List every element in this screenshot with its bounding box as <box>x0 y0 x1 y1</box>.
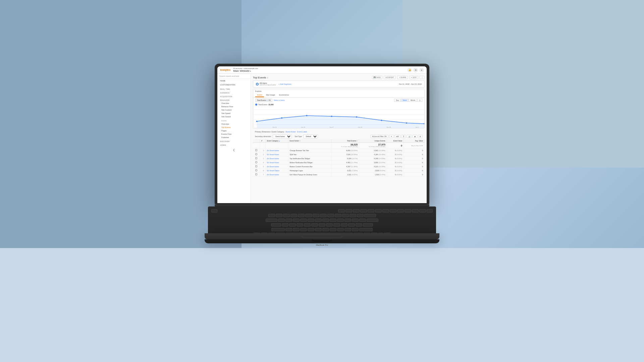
key-f2 <box>345 209 352 213</box>
col-event-value[interactable]: Event Value <box>387 139 404 143</box>
chevron-down-icon: ▾ <box>250 70 251 72</box>
event-action-link[interactable]: Event Action <box>285 131 296 133</box>
svg-point-8 <box>356 116 357 118</box>
sidebar-item-publisher[interactable]: Publisher <box>217 136 251 139</box>
ga-site-name: Main Website ▾ <box>233 69 405 72</box>
ga-search[interactable]: Search reports and help <box>217 74 251 79</box>
secondary-dim-select[interactable]: Event Action <box>273 134 292 138</box>
key-9 <box>335 214 341 217</box>
key-backslash <box>367 219 378 222</box>
key-v <box>308 228 314 231</box>
key-h <box>319 223 325 227</box>
sidebar-item-pages[interactable]: Pages <box>217 129 251 132</box>
key-f3 <box>353 209 360 213</box>
key-backtick <box>268 214 275 217</box>
ga-chart-legend: Total Events 10,000 <box>253 103 424 106</box>
time-btn-month[interactable]: Month <box>409 99 417 102</box>
col-event-action[interactable]: Event Action ▾ <box>288 139 331 143</box>
sidebar-item-events-flow[interactable]: Events Flow <box>217 132 251 136</box>
save-button[interactable]: 💾 SAVE <box>372 76 382 79</box>
key-f8 <box>390 209 396 213</box>
key-x <box>293 228 300 231</box>
view-chart-btn[interactable]: 📊 <box>407 135 412 138</box>
sidebar-events-section: Events <box>217 118 251 122</box>
time-btn-week[interactable]: Week <box>401 99 409 102</box>
table-header-row: # Event Category ▴ Event Action ▾ Total … <box>253 139 425 143</box>
key-rshift <box>359 228 373 231</box>
svg-text:Oct 16: Oct 16 <box>301 126 306 128</box>
advanced-filter-btn[interactable]: Advanced Filter ON <box>370 135 388 138</box>
key-3 <box>290 214 297 217</box>
laptop-touchpad[interactable] <box>302 235 342 238</box>
tab-event[interactable]: Event <box>255 93 264 97</box>
laptop-bottom <box>205 239 439 243</box>
sidebar-item-behavior-overview[interactable]: Overview <box>217 102 251 105</box>
select-metric-link[interactable]: Select a metric <box>274 99 285 101</box>
svg-point-5 <box>281 117 282 119</box>
col-event-category[interactable]: Event Category ▴ <box>265 139 288 143</box>
segment-sublabel: 100.00% Unique Events <box>260 84 276 86</box>
col-unique-events[interactable]: Unique Events <box>359 139 387 143</box>
event-label-link[interactable]: Event Label <box>297 131 307 133</box>
key-enter <box>363 223 373 227</box>
key-1 <box>276 214 282 217</box>
laptop-screen-bezel: Analytics All accounts > www.example.com… <box>217 66 427 203</box>
sidebar-collapse-btn[interactable]: ❮ <box>217 146 251 154</box>
key-lbracket <box>352 219 359 222</box>
key-g <box>311 223 318 227</box>
tab-ecommerce[interactable]: Ecommerce <box>277 93 291 97</box>
more-button[interactable]: ⋮ <box>420 76 425 79</box>
legend-dot-events <box>255 104 257 106</box>
sidebar-item-site-content[interactable]: Site Content <box>217 108 251 112</box>
key-quote <box>356 223 362 227</box>
sort-type-select[interactable]: Default <box>303 134 318 138</box>
key-8 <box>327 214 334 217</box>
metric-chip[interactable]: Total Events ▾ VS <box>255 99 272 102</box>
key-backspace <box>364 214 376 217</box>
sidebar-item-top-events[interactable]: Top Events <box>217 126 251 129</box>
add-filter-btn[interactable]: add <box>394 135 400 138</box>
key-period <box>344 228 351 231</box>
table-totals-row: 38,025 % of Total: 69.97% (54,348) 27,97… <box>253 143 425 148</box>
notification-icon[interactable]: 🔔 <box>407 68 412 72</box>
sidebar-item-home[interactable]: HOME <box>217 79 251 83</box>
table-row: 6 EV Smart Object Homepage Logos 3,021 (… <box>253 169 425 173</box>
sidebar-item-customization[interactable]: CUSTOMIZATION <box>217 83 251 87</box>
key-s <box>289 223 296 227</box>
ga-tabs: Event Site Usage Ecommerce <box>253 93 424 98</box>
total-events-num: 38,025 <box>333 143 358 146</box>
svg-text:Oct 2: Oct 2 <box>416 126 419 128</box>
sidebar-item-site-search[interactable]: Site Search <box>217 115 251 118</box>
sidebar-item-behavior-flow[interactable]: Behavior Flow <box>217 105 251 108</box>
grid-icon[interactable]: ⊞ <box>413 68 418 72</box>
view-more-btn[interactable]: ⊞ <box>418 135 423 138</box>
sidebar-item-events-overview[interactable]: Overview <box>217 122 251 126</box>
date-range: Oct 14, 2018 - Oct 23, 2018 <box>399 83 422 85</box>
account-icon[interactable]: ● <box>419 68 424 72</box>
key-f11 <box>412 209 419 213</box>
ga-explorer: Explore Event Site Usage Ecommerce Total… <box>253 89 425 128</box>
table-view-icons: Advanced Filter ON ✕ add ☰ 📊 ◉ ⊞ <box>370 135 423 138</box>
export-button[interactable]: ⬇ EXPORT <box>384 76 396 79</box>
key-row-1 <box>211 209 433 213</box>
key-b <box>315 228 322 231</box>
view-pie-btn[interactable]: ◉ <box>413 135 417 138</box>
sidebar-item-site-speed[interactable]: Site Speed <box>217 112 251 115</box>
edit-button[interactable]: ✏ EDIT <box>409 76 418 79</box>
col-total-events[interactable]: Total Events ▾ <box>331 139 359 143</box>
totals-label <box>265 143 288 148</box>
time-btn-custom[interactable]: ◫ <box>417 99 422 102</box>
key-c <box>300 228 307 231</box>
ga-time-buttons: Day Week Month ◫ <box>394 99 422 102</box>
key-rbracket <box>359 219 366 222</box>
time-btn-day[interactable]: Day <box>394 99 400 102</box>
ga-chart-controls: Total Events ▾ VS Select a metric Day We… <box>253 98 424 103</box>
share-button[interactable]: ↗ SHARE <box>397 76 408 79</box>
tab-site-usage[interactable]: Site Usage <box>264 93 277 97</box>
svg-point-4 <box>256 121 258 122</box>
filter-close-btn[interactable]: ✕ <box>389 135 394 138</box>
view-table-btn[interactable]: ☰ <box>401 135 406 138</box>
col-avg-value[interactable]: Avg. Value <box>404 139 425 143</box>
add-segment-btn[interactable]: + Add Segment <box>278 83 291 85</box>
avg-value-label: Avg for View: 0.000 <box>405 145 423 146</box>
